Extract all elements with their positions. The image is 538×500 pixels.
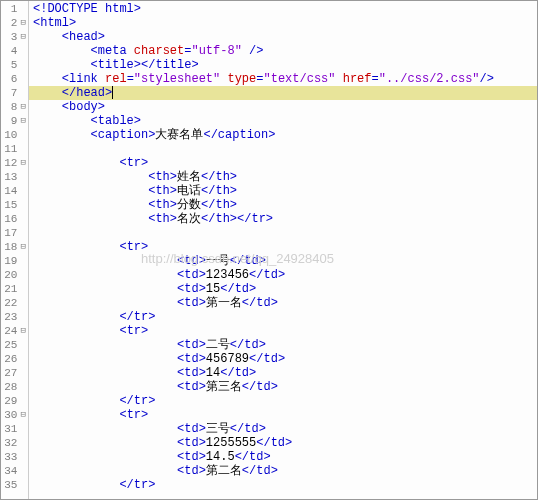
token-punct: > bbox=[278, 268, 285, 282]
fold-icon bbox=[18, 422, 28, 436]
fold-icon[interactable]: ⊟ bbox=[18, 156, 28, 170]
line-number: 24 bbox=[1, 324, 18, 338]
token-punct: > bbox=[249, 282, 256, 296]
token-punct: > bbox=[268, 128, 275, 142]
token-punct: > bbox=[199, 338, 206, 352]
code-line[interactable]: <td>二号</td> bbox=[29, 338, 537, 352]
token-tag: table bbox=[98, 114, 134, 128]
fold-icon bbox=[18, 44, 28, 58]
code-line[interactable]: </head> bbox=[29, 86, 537, 100]
line-number: 21 bbox=[1, 282, 18, 296]
code-line[interactable]: <td>15</td> bbox=[29, 282, 537, 296]
code-line[interactable]: <td>123456</td> bbox=[29, 268, 537, 282]
token-tag: caption bbox=[218, 128, 268, 142]
code-line[interactable]: <tr> bbox=[29, 408, 537, 422]
code-line[interactable]: <link rel="stylesheet" type="text/css" h… bbox=[29, 72, 537, 86]
fold-icon bbox=[18, 86, 28, 100]
code-line[interactable]: <td>第三名</td> bbox=[29, 380, 537, 394]
code-line[interactable]: <caption>大赛名单</caption> bbox=[29, 128, 537, 142]
token-punct: > bbox=[141, 324, 148, 338]
token-tag: td bbox=[184, 282, 198, 296]
code-line[interactable]: <!DOCTYPE html> bbox=[29, 2, 537, 16]
fold-icon bbox=[18, 268, 28, 282]
gutter-row: 3⊟ bbox=[1, 30, 28, 44]
fold-icon[interactable]: ⊟ bbox=[18, 240, 28, 254]
token-punct: > bbox=[266, 212, 273, 226]
code-line[interactable]: <head> bbox=[29, 30, 537, 44]
code-line[interactable]: <html> bbox=[29, 16, 537, 30]
code-line[interactable]: <th>名次</th></tr> bbox=[29, 212, 537, 226]
token-text: 123456 bbox=[206, 268, 249, 282]
token-punct: </ bbox=[230, 422, 244, 436]
token-punct: > bbox=[199, 380, 206, 394]
code-line[interactable]: <td>1255555</td> bbox=[29, 436, 537, 450]
line-number: 13 bbox=[1, 170, 18, 184]
token-text: 456789 bbox=[206, 352, 249, 366]
token-punct: /> bbox=[480, 72, 494, 86]
fold-icon[interactable]: ⊟ bbox=[18, 16, 28, 30]
code-line[interactable]: <th>姓名</th> bbox=[29, 170, 537, 184]
fold-icon bbox=[18, 310, 28, 324]
code-line[interactable]: <td>456789</td> bbox=[29, 352, 537, 366]
fold-icon[interactable]: ⊟ bbox=[18, 324, 28, 338]
code-line[interactable]: </tr> bbox=[29, 478, 537, 492]
token-text: 三号 bbox=[206, 422, 230, 436]
code-line[interactable]: <body> bbox=[29, 100, 537, 114]
fold-icon bbox=[18, 366, 28, 380]
code-line[interactable]: </tr> bbox=[29, 394, 537, 408]
fold-icon bbox=[18, 128, 28, 142]
token-tag: th bbox=[155, 198, 169, 212]
token-punct: > bbox=[199, 464, 206, 478]
token-tag: title bbox=[98, 58, 134, 72]
code-line[interactable]: <meta charset="utf-8" /> bbox=[29, 44, 537, 58]
token-punct: > bbox=[199, 450, 206, 464]
fold-icon bbox=[18, 436, 28, 450]
token-punct: </ bbox=[230, 338, 244, 352]
token-punct: </ bbox=[249, 352, 263, 366]
code-line[interactable]: <table> bbox=[29, 114, 537, 128]
token-punct: > bbox=[199, 254, 206, 268]
code-line[interactable]: <td>第二名</td> bbox=[29, 464, 537, 478]
fold-icon[interactable]: ⊟ bbox=[18, 114, 28, 128]
line-number: 35 bbox=[1, 478, 18, 492]
line-number: 6 bbox=[1, 72, 18, 86]
code-line[interactable]: <title></title> bbox=[29, 58, 537, 72]
token-tag: td bbox=[184, 352, 198, 366]
code-line[interactable]: <td>三号</td> bbox=[29, 422, 537, 436]
token-punct: > bbox=[230, 170, 237, 184]
fold-icon[interactable]: ⊟ bbox=[18, 408, 28, 422]
fold-icon[interactable]: ⊟ bbox=[18, 30, 28, 44]
token-punct: > bbox=[170, 184, 177, 198]
code-line[interactable]: <td>第一名</td> bbox=[29, 296, 537, 310]
code-line[interactable] bbox=[29, 226, 537, 240]
token-tag: td bbox=[235, 282, 249, 296]
token-punct: < bbox=[91, 58, 98, 72]
line-number: 23 bbox=[1, 310, 18, 324]
token-punct: </ bbox=[220, 366, 234, 380]
token-punct: </ bbox=[242, 464, 256, 478]
code-line[interactable]: <td>一号</td> bbox=[29, 254, 537, 268]
code-line[interactable]: <th>分数</th> bbox=[29, 198, 537, 212]
line-number: 1 bbox=[1, 2, 18, 16]
code-line[interactable]: <td>14.5</td> bbox=[29, 450, 537, 464]
token-punct: > bbox=[259, 338, 266, 352]
fold-icon bbox=[18, 450, 28, 464]
code-line[interactable]: <th>电话</th> bbox=[29, 184, 537, 198]
line-number: 25 bbox=[1, 338, 18, 352]
code-line[interactable]: </tr> bbox=[29, 310, 537, 324]
token-punct: > bbox=[199, 422, 206, 436]
token-tag: th bbox=[155, 170, 169, 184]
token-tag: td bbox=[244, 254, 258, 268]
token-text: 第三名 bbox=[206, 380, 242, 394]
code-area[interactable]: <!DOCTYPE html><html> <head> <meta chars… bbox=[29, 1, 537, 499]
code-line[interactable]: <tr> bbox=[29, 156, 537, 170]
code-editor: 12⊟3⊟45678⊟9⊟101112⊟131415161718⊟1920212… bbox=[1, 1, 537, 499]
code-line[interactable]: <td>14</td> bbox=[29, 366, 537, 380]
code-line[interactable]: <tr> bbox=[29, 324, 537, 338]
gutter-row: 33 bbox=[1, 450, 28, 464]
code-line[interactable] bbox=[29, 142, 537, 156]
token-punct: </ bbox=[249, 268, 263, 282]
line-number: 11 bbox=[1, 142, 18, 156]
code-line[interactable]: <tr> bbox=[29, 240, 537, 254]
fold-icon[interactable]: ⊟ bbox=[18, 100, 28, 114]
